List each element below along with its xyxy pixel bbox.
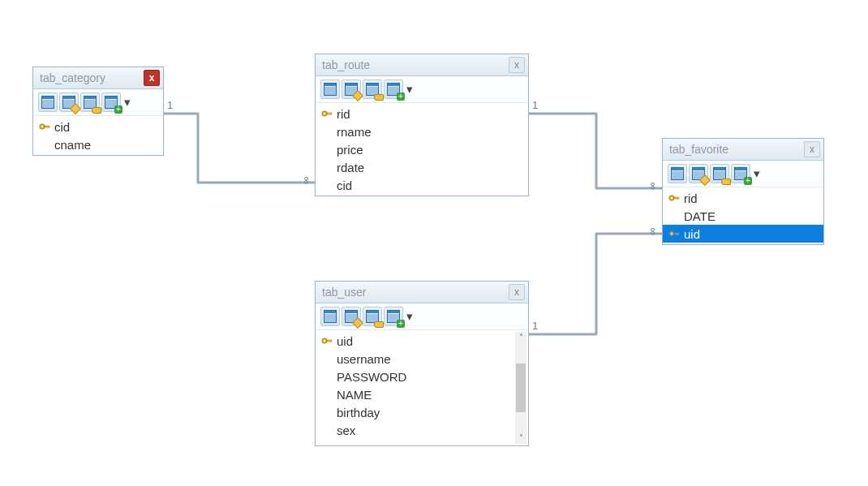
svg-rect-4 [46, 126, 47, 128]
close-icon[interactable]: x [804, 141, 820, 157]
cardinality-label: 1 [532, 320, 538, 332]
field-row[interactable]: rname [316, 123, 528, 140]
primary-key-icon [320, 334, 333, 347]
svg-rect-18 [677, 233, 679, 235]
field-name: cid [337, 178, 352, 192]
chevron-down-icon[interactable]: ▾ [405, 82, 415, 97]
field-row[interactable]: NAME [316, 385, 513, 403]
table-edit-icon[interactable] [689, 164, 708, 183]
field-list: ridrnamepricerdatecid [316, 103, 528, 196]
table-key-icon[interactable] [80, 92, 100, 112]
foreign-key-icon [668, 227, 681, 240]
field-name: rid [684, 191, 698, 205]
table-titlebar[interactable]: tab_category x [33, 67, 163, 89]
table-toolbar: + ▾ [316, 76, 528, 103]
primary-key-icon [320, 107, 333, 120]
field-list: uidusernamePASSWORDNAMEbirthdaysex˄˅ [316, 330, 528, 445]
field-row[interactable]: rid [316, 105, 528, 123]
field-name: price [337, 143, 363, 157]
field-name: rid [337, 107, 350, 121]
table-add-icon[interactable]: + [384, 80, 403, 99]
primary-key-icon [668, 191, 681, 204]
table-title: tab_route [322, 58, 370, 71]
scroll-down-icon[interactable]: ˅ [519, 432, 523, 444]
cardinality-label: ∞ [301, 177, 313, 184]
svg-rect-14 [676, 197, 677, 200]
table-edit-icon[interactable] [342, 80, 361, 99]
table-tool-icon[interactable] [38, 92, 58, 112]
svg-point-6 [324, 113, 325, 114]
table-key-icon[interactable] [363, 307, 382, 326]
field-name: rname [337, 125, 372, 139]
field-list: ridDATEuid [663, 187, 823, 244]
table-add-icon[interactable]: + [384, 307, 403, 326]
table-title: tab_favorite [669, 143, 728, 156]
field-row[interactable]: uid [316, 332, 513, 350]
field-row[interactable]: rid [663, 189, 823, 207]
table-title: tab_category [40, 71, 105, 84]
field-row[interactable]: DATE [663, 207, 823, 225]
svg-rect-19 [676, 233, 677, 235]
table-key-icon[interactable] [363, 80, 382, 99]
table-category[interactable]: tab_category x + ▾ cidcname [32, 67, 164, 156]
table-tool-icon[interactable] [320, 80, 340, 99]
close-icon[interactable]: x [509, 57, 525, 73]
field-row[interactable]: PASSWORD [316, 368, 513, 385]
field-name: uid [684, 227, 700, 241]
field-name: sex [337, 424, 355, 437]
vertical-scrollbar[interactable]: ˄˅ [515, 332, 526, 444]
scrollbar-thumb[interactable] [516, 363, 526, 412]
svg-point-1 [41, 126, 43, 127]
table-tool-icon[interactable] [320, 307, 340, 326]
svg-point-11 [671, 197, 672, 199]
field-row[interactable]: cid [33, 118, 163, 135]
svg-rect-3 [48, 126, 49, 128]
table-route[interactable]: tab_route x + ▾ ridrnamepricerdatecid [315, 54, 529, 196]
svg-rect-8 [330, 113, 332, 115]
cardinality-label: 1 [532, 99, 538, 111]
field-row[interactable]: rdate [316, 158, 528, 176]
primary-key-icon [38, 120, 51, 133]
field-name: cname [54, 138, 91, 152]
field-name: rdate [337, 161, 364, 174]
close-icon[interactable]: x [144, 70, 160, 86]
field-name: PASSWORD [337, 370, 406, 384]
table-add-icon[interactable]: + [101, 92, 121, 112]
field-row[interactable]: birthday [316, 403, 513, 421]
table-edit-icon[interactable] [59, 92, 79, 112]
svg-point-21 [324, 340, 325, 342]
table-title: tab_user [322, 286, 366, 299]
svg-rect-24 [329, 340, 329, 342]
chevron-down-icon[interactable]: ▾ [122, 95, 132, 110]
field-name: DATE [684, 209, 715, 223]
table-titlebar[interactable]: tab_favorite x [663, 139, 823, 161]
table-titlebar[interactable]: tab_user x [316, 282, 528, 303]
field-row[interactable]: cid [316, 176, 528, 194]
close-icon[interactable]: x [509, 284, 525, 300]
scroll-up-icon[interactable]: ˄ [519, 332, 523, 343]
field-row[interactable]: sex [316, 421, 513, 439]
table-tool-icon[interactable] [668, 164, 687, 183]
cardinality-label: ∞ [647, 228, 660, 235]
svg-rect-9 [329, 113, 329, 115]
cardinality-label: 1 [167, 99, 173, 111]
table-favorite[interactable]: tab_favorite x + ▾ ridDATEuid [662, 138, 824, 245]
table-edit-icon[interactable] [342, 307, 361, 326]
table-user[interactable]: tab_user x + ▾ uidusernamePASSWORDNAMEbi… [315, 281, 529, 446]
table-add-icon[interactable]: + [731, 164, 750, 183]
table-key-icon[interactable] [710, 164, 729, 183]
field-name: username [337, 352, 391, 366]
table-toolbar: + ▾ [33, 89, 163, 116]
svg-rect-23 [330, 340, 332, 342]
table-toolbar: + ▾ [663, 161, 823, 187]
erd-canvas: 1 ∞ 1 ∞ 1 ∞ tab_category x + ▾ cidcname … [0, 0, 868, 486]
field-name: birthday [337, 406, 380, 419]
table-titlebar[interactable]: tab_route x [316, 54, 528, 76]
chevron-down-icon[interactable]: ▾ [752, 166, 762, 181]
svg-rect-13 [677, 197, 679, 200]
field-row[interactable]: price [316, 140, 528, 158]
field-row[interactable]: username [316, 350, 513, 368]
field-row[interactable]: cname [33, 135, 163, 153]
chevron-down-icon[interactable]: ▾ [405, 309, 415, 324]
field-row[interactable]: uid [663, 225, 823, 243]
